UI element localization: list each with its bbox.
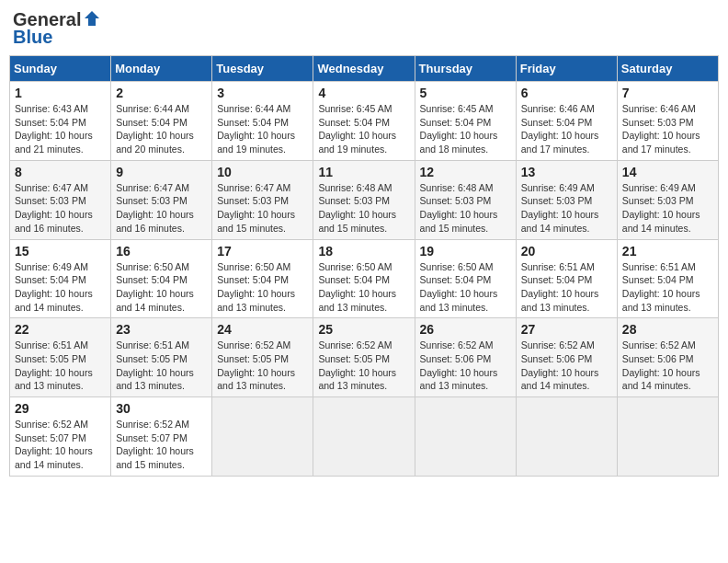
day-info: Sunrise: 6:52 AM Sunset: 5:06 PM Dayligh… [622,339,713,393]
day-number: 28 [622,322,713,337]
calendar-cell: 16 Sunrise: 6:50 AM Sunset: 5:04 PM Dayl… [111,239,212,318]
calendar-cell: 28 Sunrise: 6:52 AM Sunset: 5:06 PM Dayl… [617,318,718,397]
day-number: 16 [116,244,207,259]
calendar-cell: 2 Sunrise: 6:44 AM Sunset: 5:04 PM Dayli… [111,82,212,161]
day-info: Sunrise: 6:46 AM Sunset: 5:03 PM Dayligh… [622,102,713,156]
calendar-cell: 19 Sunrise: 6:50 AM Sunset: 5:04 PM Dayl… [415,239,516,318]
calendar-cell: 17 Sunrise: 6:50 AM Sunset: 5:04 PM Dayl… [212,239,313,318]
calendar-cell [617,397,718,477]
calendar-cell: 30 Sunrise: 6:52 AM Sunset: 5:07 PM Dayl… [111,397,212,477]
calendar-header-monday: Monday [111,56,212,82]
logo: General Blue [13,9,101,48]
calendar-cell: 3 Sunrise: 6:44 AM Sunset: 5:04 PM Dayli… [212,82,313,161]
calendar-cell [313,397,415,477]
calendar-header-saturday: Saturday [617,56,718,82]
day-number: 11 [318,165,409,179]
calendar-week-1: 1 Sunrise: 6:43 AM Sunset: 5:04 PM Dayli… [10,82,719,161]
calendar-cell: 24 Sunrise: 6:52 AM Sunset: 5:05 PM Dayl… [212,318,313,397]
calendar-cell [212,397,313,477]
day-info: Sunrise: 6:51 AM Sunset: 5:04 PM Dayligh… [622,260,713,315]
day-info: Sunrise: 6:52 AM Sunset: 5:06 PM Dayligh… [420,339,511,393]
day-number: 29 [15,401,106,416]
calendar-cell: 12 Sunrise: 6:48 AM Sunset: 5:03 PM Dayl… [415,160,516,239]
day-number: 15 [15,244,106,259]
calendar-cell: 27 Sunrise: 6:52 AM Sunset: 5:06 PM Dayl… [516,318,617,397]
day-info: Sunrise: 6:51 AM Sunset: 5:04 PM Dayligh… [521,260,612,315]
day-number: 17 [217,244,308,259]
logo-icon [83,9,101,28]
day-number: 6 [521,86,612,100]
day-info: Sunrise: 6:51 AM Sunset: 5:05 PM Dayligh… [15,339,106,393]
calendar-week-2: 8 Sunrise: 6:47 AM Sunset: 5:03 PM Dayli… [10,160,719,239]
day-info: Sunrise: 6:50 AM Sunset: 5:04 PM Dayligh… [116,260,207,315]
day-number: 12 [420,165,511,179]
day-number: 30 [116,401,207,416]
calendar-header-thursday: Thursday [415,56,516,82]
day-info: Sunrise: 6:52 AM Sunset: 5:07 PM Dayligh… [15,418,106,472]
calendar-cell: 4 Sunrise: 6:45 AM Sunset: 5:04 PM Dayli… [313,82,415,161]
calendar-week-3: 15 Sunrise: 6:49 AM Sunset: 5:04 PM Dayl… [10,239,719,318]
day-number: 7 [622,86,713,100]
day-info: Sunrise: 6:44 AM Sunset: 5:04 PM Dayligh… [116,102,207,156]
day-info: Sunrise: 6:52 AM Sunset: 5:05 PM Dayligh… [318,339,409,393]
calendar-cell: 20 Sunrise: 6:51 AM Sunset: 5:04 PM Dayl… [516,239,617,318]
logo-blue-text: Blue [13,27,52,48]
calendar-cell: 9 Sunrise: 6:47 AM Sunset: 5:03 PM Dayli… [111,160,212,239]
day-info: Sunrise: 6:44 AM Sunset: 5:04 PM Dayligh… [217,102,308,156]
day-info: Sunrise: 6:49 AM Sunset: 5:03 PM Dayligh… [622,181,713,236]
calendar-header-wednesday: Wednesday [313,56,415,82]
calendar-table: SundayMondayTuesdayWednesdayThursdayFrid… [9,55,719,477]
day-number: 22 [15,322,106,337]
calendar-week-5: 29 Sunrise: 6:52 AM Sunset: 5:07 PM Dayl… [10,397,719,477]
day-info: Sunrise: 6:46 AM Sunset: 5:04 PM Dayligh… [521,102,612,156]
calendar-cell: 1 Sunrise: 6:43 AM Sunset: 5:04 PM Dayli… [10,82,111,161]
calendar-header-row: SundayMondayTuesdayWednesdayThursdayFrid… [10,56,719,82]
day-number: 4 [318,86,409,100]
day-info: Sunrise: 6:48 AM Sunset: 5:03 PM Dayligh… [420,181,511,236]
calendar-body: 1 Sunrise: 6:43 AM Sunset: 5:04 PM Dayli… [10,82,719,477]
day-number: 21 [622,244,713,259]
day-number: 9 [116,165,207,179]
day-number: 3 [217,86,308,100]
day-number: 25 [318,322,409,337]
calendar-cell: 21 Sunrise: 6:51 AM Sunset: 5:04 PM Dayl… [617,239,718,318]
day-info: Sunrise: 6:45 AM Sunset: 5:04 PM Dayligh… [318,102,409,156]
day-info: Sunrise: 6:52 AM Sunset: 5:06 PM Dayligh… [521,339,612,393]
calendar-cell [516,397,617,477]
day-info: Sunrise: 6:50 AM Sunset: 5:04 PM Dayligh… [420,260,511,315]
day-number: 5 [420,86,511,100]
day-info: Sunrise: 6:49 AM Sunset: 5:03 PM Dayligh… [521,181,612,236]
calendar-week-4: 22 Sunrise: 6:51 AM Sunset: 5:05 PM Dayl… [10,318,719,397]
svg-marker-0 [85,11,99,26]
calendar-cell: 15 Sunrise: 6:49 AM Sunset: 5:04 PM Dayl… [10,239,111,318]
day-info: Sunrise: 6:48 AM Sunset: 5:03 PM Dayligh… [318,181,409,236]
calendar-cell: 26 Sunrise: 6:52 AM Sunset: 5:06 PM Dayl… [415,318,516,397]
day-info: Sunrise: 6:43 AM Sunset: 5:04 PM Dayligh… [15,102,106,156]
calendar-header-sunday: Sunday [10,56,111,82]
day-info: Sunrise: 6:45 AM Sunset: 5:04 PM Dayligh… [420,102,511,156]
day-info: Sunrise: 6:47 AM Sunset: 5:03 PM Dayligh… [217,181,308,236]
day-number: 2 [116,86,207,100]
day-number: 18 [318,244,409,259]
day-number: 10 [217,165,308,179]
calendar-cell [415,397,516,477]
day-info: Sunrise: 6:51 AM Sunset: 5:05 PM Dayligh… [116,339,207,393]
calendar-cell: 23 Sunrise: 6:51 AM Sunset: 5:05 PM Dayl… [111,318,212,397]
calendar-cell: 6 Sunrise: 6:46 AM Sunset: 5:04 PM Dayli… [516,82,617,161]
day-number: 14 [622,165,713,179]
header: General Blue [9,9,719,48]
calendar-cell: 13 Sunrise: 6:49 AM Sunset: 5:03 PM Dayl… [516,160,617,239]
day-info: Sunrise: 6:47 AM Sunset: 5:03 PM Dayligh… [116,181,207,236]
day-info: Sunrise: 6:47 AM Sunset: 5:03 PM Dayligh… [15,181,106,236]
day-info: Sunrise: 6:49 AM Sunset: 5:04 PM Dayligh… [15,260,106,315]
day-number: 19 [420,244,511,259]
calendar-header-tuesday: Tuesday [212,56,313,82]
day-number: 27 [521,322,612,337]
calendar-cell: 29 Sunrise: 6:52 AM Sunset: 5:07 PM Dayl… [10,397,111,477]
day-number: 23 [116,322,207,337]
day-info: Sunrise: 6:50 AM Sunset: 5:04 PM Dayligh… [217,260,308,315]
day-info: Sunrise: 6:52 AM Sunset: 5:05 PM Dayligh… [217,339,308,393]
calendar-cell: 14 Sunrise: 6:49 AM Sunset: 5:03 PM Dayl… [617,160,718,239]
calendar-cell: 5 Sunrise: 6:45 AM Sunset: 5:04 PM Dayli… [415,82,516,161]
calendar-cell: 7 Sunrise: 6:46 AM Sunset: 5:03 PM Dayli… [617,82,718,161]
